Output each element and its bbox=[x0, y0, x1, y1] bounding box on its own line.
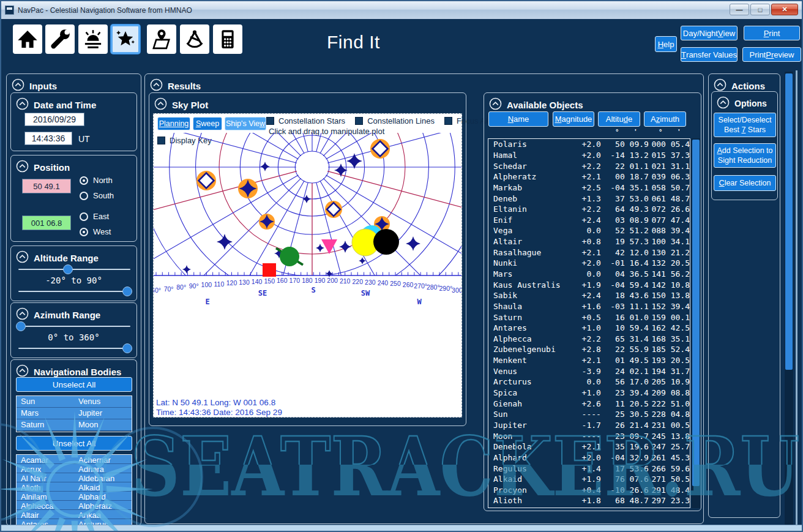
collapse-icon[interactable] bbox=[16, 250, 29, 265]
toolbar-home-icon[interactable] bbox=[13, 24, 42, 54]
planet-item[interactable]: Moon bbox=[74, 419, 132, 430]
sort-by-azimuth-button[interactable]: Azimuth bbox=[644, 111, 686, 127]
planet-item[interactable]: Venus bbox=[74, 396, 132, 407]
plot-object-mars[interactable] bbox=[263, 263, 276, 277]
maximize-button[interactable]: □ bbox=[750, 4, 770, 15]
transfer-values-button[interactable]: Transfer Values bbox=[681, 47, 738, 62]
help-button[interactable]: Help bbox=[655, 36, 677, 52]
object-row[interactable]: Alpheratz+2.100 18.7039 06.3 bbox=[488, 171, 690, 182]
select-best-7-stars-button[interactable]: Select/DeselectBest 7 Stars bbox=[714, 113, 776, 137]
object-row[interactable]: Sun----25 30.5228 04.8 bbox=[488, 409, 690, 420]
object-row[interactable]: Menkent+2.101 49.5193 20.5 bbox=[488, 355, 690, 366]
star-item[interactable]: Ankaa bbox=[74, 510, 132, 519]
object-row[interactable]: Rasalhague+2.142 12.0130 21.2 bbox=[488, 247, 690, 258]
star-item[interactable]: Altair bbox=[17, 510, 74, 519]
plot-object-star[interactable] bbox=[302, 195, 311, 203]
plot-object-saturn[interactable] bbox=[276, 247, 303, 266]
slider-thumb[interactable] bbox=[63, 264, 73, 274]
object-row[interactable]: Moon----23 09.7245 13.8 bbox=[488, 430, 690, 441]
clear-selection-button[interactable]: Clear Selection bbox=[714, 175, 776, 191]
object-row[interactable]: Procyon+0.4-10 26.6291 48.4 bbox=[488, 485, 690, 496]
object-row[interactable]: Mars0.004 36.5141 56.2 bbox=[488, 269, 690, 280]
star-item[interactable]: Alpheratz bbox=[74, 501, 132, 509]
objects-scrollbar[interactable] bbox=[692, 138, 700, 508]
plot-object-star[interactable] bbox=[334, 163, 348, 177]
object-row[interactable]: Kaus Australis+1.9-04 59.4142 10.8 bbox=[488, 279, 690, 290]
day-night-view-button[interactable]: Day/Night View bbox=[681, 26, 738, 40]
plot-object-moon[interactable] bbox=[373, 229, 399, 255]
planet-item[interactable]: Mars bbox=[17, 408, 74, 419]
toolbar-twilight-icon[interactable] bbox=[78, 24, 108, 54]
azimuth-max-slider[interactable] bbox=[18, 343, 130, 353]
star-item[interactable]: Alioth bbox=[17, 482, 74, 491]
plot-object-best_star[interactable] bbox=[259, 214, 275, 230]
toolbar-star-icon[interactable] bbox=[111, 24, 140, 54]
planet-item[interactable]: Jupiter bbox=[74, 408, 132, 419]
object-row[interactable]: Zubenelgenubi+2.822 55.9185 52.4 bbox=[488, 344, 690, 355]
object-row[interactable]: Shaula+1.6-03 11.1152 39.4 bbox=[488, 301, 690, 312]
collapse-icon[interactable] bbox=[16, 97, 29, 112]
object-row[interactable]: Deneb+1.337 53.0061 48.7 bbox=[488, 193, 690, 204]
toolbar-sextant-icon[interactable] bbox=[180, 24, 209, 54]
scrollbar-thumb[interactable] bbox=[692, 140, 700, 486]
plot-object-best_star[interactable] bbox=[196, 171, 216, 190]
stars-list[interactable]: AcamarAchernarAcruxAdharaAl Na'irAldebar… bbox=[16, 454, 132, 525]
object-row[interactable]: Markab+2.5-04 35.1058 50.7 bbox=[488, 182, 690, 193]
plot-object-best_star[interactable] bbox=[370, 139, 390, 159]
azimuth-min-slider[interactable] bbox=[18, 321, 130, 331]
planet-item[interactable]: Saturn bbox=[17, 419, 74, 430]
star-item[interactable]: Al Na'ir bbox=[17, 473, 74, 482]
plot-object-best_star[interactable] bbox=[238, 179, 258, 198]
objects-table[interactable]: Polaris+2.050 09.9000 05.4Hamal+2.0-14 1… bbox=[488, 138, 690, 508]
object-row[interactable]: Sabik+2.418 43.6150 13.8 bbox=[488, 290, 690, 301]
object-row[interactable]: Spica+1.023 39.4209 08.8 bbox=[488, 388, 690, 399]
minimize-button[interactable]: — bbox=[730, 4, 749, 15]
main-scrollbar-thumb[interactable] bbox=[785, 73, 793, 370]
object-row[interactable]: Saturn+0.516 01.0159 00.1 bbox=[488, 312, 690, 323]
sort-by-name-button[interactable]: Name bbox=[488, 111, 548, 127]
sort-by-altitude-button[interactable]: Altitude bbox=[598, 111, 640, 127]
plot-object-star[interactable] bbox=[182, 265, 191, 274]
toolbar-map-icon[interactable] bbox=[147, 24, 176, 54]
object-row[interactable]: Hamal+2.0-14 13.2015 37.3 bbox=[488, 150, 690, 161]
collapse-icon[interactable] bbox=[16, 160, 29, 174]
altitude-max-slider[interactable] bbox=[18, 287, 130, 296]
plot-object-star[interactable] bbox=[217, 234, 233, 250]
star-item[interactable]: Alnilam bbox=[17, 492, 74, 500]
longitude-field[interactable]: 001 06.8 bbox=[22, 215, 71, 230]
slider-thumb[interactable] bbox=[122, 287, 132, 296]
object-row[interactable]: Regulus+1.417 53.6266 59.6 bbox=[488, 463, 690, 474]
collapse-icon[interactable] bbox=[16, 307, 29, 322]
plot-object-star[interactable] bbox=[260, 162, 270, 171]
object-row[interactable]: Alphecca+2.265 31.4168 35.1 bbox=[488, 334, 690, 345]
print-preview-button[interactable]: Print Preview bbox=[742, 47, 801, 62]
object-row[interactable]: Vega0.052 51.2088 39.4 bbox=[488, 225, 690, 236]
north-radio[interactable]: North bbox=[80, 176, 113, 185]
plot-object-star[interactable] bbox=[339, 241, 351, 253]
altitude-min-slider[interactable] bbox=[18, 264, 130, 274]
object-row[interactable]: Alphard+2.0-04 32.9261 45.3 bbox=[488, 452, 690, 463]
slider-thumb[interactable] bbox=[16, 321, 26, 331]
star-item[interactable]: Aldebaran bbox=[74, 473, 132, 482]
star-item[interactable]: Alphard bbox=[74, 492, 132, 500]
sort-by-magnitude-button[interactable]: Magnitude bbox=[553, 111, 594, 127]
object-row[interactable]: Enif+2.403 08.9077 47.4 bbox=[488, 214, 690, 225]
east-radio[interactable]: East bbox=[80, 212, 109, 221]
date-field[interactable]: 2016/09/29 bbox=[24, 113, 84, 126]
collapse-icon[interactable] bbox=[150, 78, 163, 93]
plot-object-star[interactable] bbox=[406, 236, 420, 251]
object-row[interactable]: Gienah+2.611 20.5222 51.0 bbox=[488, 398, 690, 409]
planet-item[interactable]: Sun bbox=[17, 396, 74, 407]
plot-object-best_star[interactable] bbox=[325, 201, 342, 218]
object-row[interactable]: Denebola+2.135 19.6247 25.7 bbox=[488, 441, 690, 452]
close-button[interactable]: ✕ bbox=[771, 4, 798, 15]
toolbar-calculator-icon[interactable] bbox=[213, 24, 242, 54]
toolbar-wrench-icon[interactable] bbox=[45, 24, 75, 54]
object-row[interactable]: Alioth+1.868 48.7297 23.3 bbox=[488, 495, 690, 506]
collapse-icon[interactable] bbox=[12, 78, 24, 93]
plot-object-star[interactable] bbox=[316, 244, 324, 252]
west-radio[interactable]: West bbox=[80, 227, 111, 236]
star-item[interactable]: Acamar bbox=[17, 455, 74, 463]
unselect-all-stars-button[interactable]: Unselect All bbox=[16, 436, 132, 451]
add-selection-to-sight-reduction-button[interactable]: Add Selection toSight Reduction bbox=[714, 143, 776, 168]
